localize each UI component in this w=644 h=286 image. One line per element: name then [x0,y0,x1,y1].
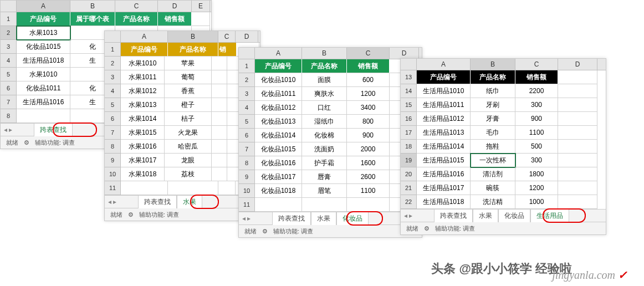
cell[interactable] [192,12,210,26]
cell[interactable] [558,167,597,181]
col-A[interactable]: A [417,59,471,70]
header-cell[interactable]: 产品编号 [17,12,70,26]
cell[interactable]: 化妆品1017 [255,170,302,184]
sheet-tab[interactable]: 水果 [311,212,336,225]
row-head[interactable]: 2 [105,57,121,70]
cell[interactable]: 生活用品1014 [417,140,471,154]
cell[interactable]: 牙膏 [471,112,515,126]
cell[interactable]: 水果1014 [121,112,165,126]
cell[interactable]: 水果1010 [17,68,70,81]
select-all-corner[interactable] [239,48,255,59]
col-B[interactable]: B [70,1,115,12]
row-head[interactable]: 6 [1,81,17,95]
cell[interactable]: 1100 [515,126,558,140]
cell[interactable]: 拖鞋 [471,140,515,154]
row-head[interactable]: 2 [1,26,17,40]
header-cell[interactable]: 销售额 [158,12,192,26]
cell[interactable] [212,126,228,140]
row-head[interactable]: 10 [239,184,255,198]
row-head[interactable]: 8 [105,140,121,154]
tab-nav-arrows[interactable]: ◂ ▸ [4,126,12,134]
cell[interactable]: 面膜 [302,73,347,87]
row-head[interactable]: 9 [239,170,255,184]
sheet-tab[interactable]: 水果 [473,209,498,222]
cell[interactable] [558,195,597,209]
cell[interactable]: 300 [515,98,558,112]
row-head[interactable]: 16 [401,112,417,126]
header-cell[interactable]: 产品编号 [121,43,168,57]
row-head[interactable]: 13 [401,70,417,84]
tab-nav-arrows[interactable]: ◂ ▸ [404,212,412,219]
cell[interactable]: 2000 [347,142,390,156]
cell[interactable]: 龙眼 [165,154,212,167]
cell[interactable] [17,109,70,123]
cell[interactable] [212,98,228,112]
cell[interactable]: 900 [515,112,558,126]
cell[interactable]: 口红 [302,101,347,115]
cell[interactable]: 唇膏 [302,170,347,184]
cell[interactable]: 水果1013 [121,98,165,112]
select-all-corner[interactable] [1,1,17,12]
cell[interactable]: 水果1011 [121,70,165,84]
row-head[interactable]: 3 [1,40,17,54]
cell[interactable]: 化妆品1015 [17,40,70,54]
row-head[interactable]: 7 [105,126,121,140]
cell[interactable]: 水果1015 [121,126,165,140]
header-cell[interactable]: 销售额 [347,59,390,73]
header-cell[interactable]: 产品名称 [168,43,218,57]
col-D[interactable]: D [390,48,419,59]
row-head[interactable]: 5 [1,68,17,81]
row-head[interactable]: 6 [239,129,255,142]
cell[interactable]: 哈密瓜 [165,140,212,154]
cell[interactable]: 水果1016 [121,140,165,154]
header-cell[interactable]: 销售额 [515,70,558,84]
cell[interactable]: 化妆品1011 [17,81,70,95]
cell[interactable] [558,126,597,140]
cell[interactable]: 生活用品1018 [17,54,70,68]
col-B[interactable]: B [471,59,515,70]
cell[interactable] [558,181,597,195]
row-head[interactable]: 11 [105,181,121,195]
row-head[interactable]: 5 [239,115,255,129]
cell[interactable]: 荔枝 [165,167,212,181]
cell[interactable]: 苹果 [165,57,212,70]
cell[interactable]: 1600 [347,156,390,170]
cell[interactable]: 水果1010 [121,57,165,70]
cell[interactable] [212,154,228,167]
row-head[interactable]: 17 [401,126,417,140]
cell[interactable] [558,84,597,98]
cell[interactable]: 生活用品1017 [417,181,471,195]
cell[interactable]: 化妆棉 [302,129,347,142]
cell[interactable]: 水果1017 [121,154,165,167]
cell[interactable]: 生活用品1013 [417,126,471,140]
sheet-tab[interactable]: 跨表查找 [434,209,473,222]
col-E[interactable]: E [192,1,210,12]
row-head[interactable]: 4 [105,84,121,98]
cell[interactable]: 2600 [347,170,390,184]
cell[interactable] [212,57,228,70]
col-C[interactable]: C [515,59,558,70]
row-head[interactable]: 22 [401,195,417,209]
row-head[interactable]: 10 [105,167,121,181]
row-head[interactable]: 2 [239,73,255,87]
cell[interactable]: 生活用品1010 [417,84,471,98]
row-head[interactable]: 8 [239,156,255,170]
cell[interactable]: 1200 [347,87,390,101]
cell[interactable]: 生活用品1016 [17,95,70,109]
row-head[interactable]: 19 [401,154,417,167]
row-head[interactable]: 1 [239,59,255,73]
sheet-tab[interactable]: 水果 [177,195,202,208]
cell[interactable] [212,84,228,98]
header-cell[interactable]: 产品编号 [417,70,471,84]
cell[interactable] [212,70,228,84]
cell[interactable] [212,140,228,154]
sheet-tab[interactable]: 跨表查找 [34,123,73,136]
cell[interactable]: 护手霜 [302,156,347,170]
cell[interactable]: 生活用品1018 [417,195,471,209]
cell[interactable]: 火龙果 [165,126,212,140]
cell[interactable] [558,112,597,126]
cell[interactable]: 纸巾 [471,84,515,98]
select-all-corner[interactable] [105,31,121,42]
row-head[interactable]: 21 [401,181,417,195]
cell[interactable]: 2200 [515,84,558,98]
